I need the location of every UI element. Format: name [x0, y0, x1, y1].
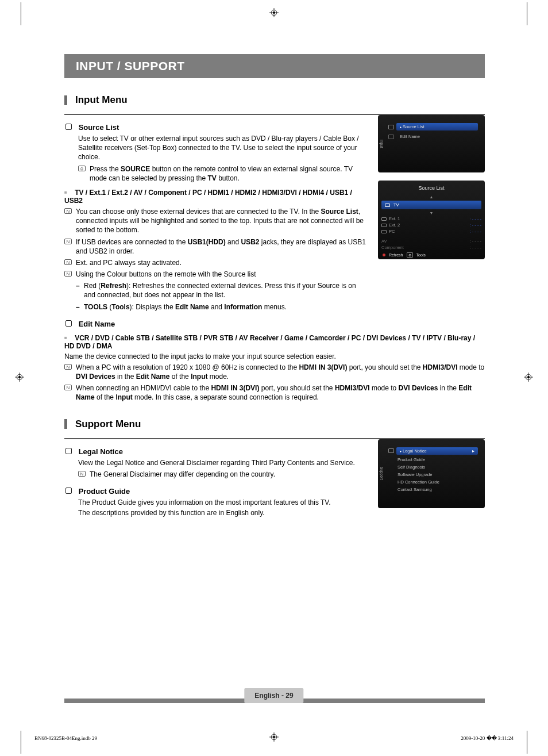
- chevron-right-icon: ▸: [472, 448, 474, 454]
- red-dot-icon: [383, 254, 385, 256]
- note-icon: N: [64, 208, 72, 214]
- body-text: Use to select TV or other external input…: [78, 134, 369, 183]
- tv-icon: [385, 204, 390, 207]
- help-icon: [388, 448, 394, 453]
- osd-item-disabled: Component : - - - -: [378, 244, 485, 251]
- square-bullet-icon: [65, 448, 72, 454]
- osd-selected-item: ▸ Legal Notice ▸: [396, 447, 478, 455]
- svg-point-11: [18, 376, 21, 378]
- note-item: ⎙ Press the SOURCE button on the remote …: [78, 164, 369, 183]
- cable-icon: [388, 125, 394, 129]
- arrow-down-icon: [378, 210, 485, 216]
- page-number-label: English - 29: [244, 688, 303, 703]
- osd-item: Contact Samsung: [385, 486, 481, 493]
- osd-selected-item: ▸ Source List: [396, 123, 478, 131]
- port-icon: [381, 224, 387, 227]
- registration-mark-icon: [524, 373, 533, 383]
- section-heading-input-menu: Input Menu: [64, 94, 485, 106]
- crop-mark: [21, 2, 21, 25]
- osd-selected-item: TV: [381, 201, 481, 209]
- note-item: N When connecting an HDMI/DVI cable to t…: [64, 383, 485, 402]
- footer-timestamp: 2009-10-20 �� 3:11:24: [461, 735, 514, 741]
- osd-item: HD Connection Guide: [385, 478, 481, 486]
- note-icon: N: [64, 239, 72, 244]
- note-item: N You can choose only those external dev…: [64, 207, 369, 235]
- heading-bar-icon: [64, 419, 67, 429]
- sub-heading-product-guide: Product Guide: [65, 487, 369, 496]
- square-bullet-icon: [65, 320, 72, 327]
- dash-item: TOOLS (Tools): Displays the Edit Name an…: [76, 302, 369, 312]
- svg-point-15: [527, 376, 530, 378]
- sub-heading-legal-notice: Legal Notice: [65, 447, 369, 456]
- osd-source-list: Source List TV Ext. 1 : - - - - Ext. 2 :…: [378, 181, 485, 259]
- page-content: INPUT / SUPPORT Input Menu Source List U…: [64, 54, 485, 519]
- note-item: N If USB devices are connected to the US…: [64, 237, 369, 256]
- registration-mark-icon: [269, 8, 279, 17]
- list-item-inputs: TV / Ext.1 / Ext.2 / AV / Component / PC…: [64, 189, 369, 312]
- registration-mark-icon: [15, 373, 24, 383]
- square-bullet-icon: [65, 124, 72, 130]
- osd-item: PC : - - - -: [378, 228, 485, 235]
- osd-tab-label: Input: [378, 117, 385, 170]
- osd-item: Software Upgrade: [385, 471, 481, 478]
- body-text: Name the device connected to the input j…: [64, 352, 485, 360]
- osd-item: Ext. 1 : - - - -: [378, 216, 485, 222]
- section-title: Input Menu: [75, 94, 128, 106]
- osd-item-disabled: AV : - - - -: [378, 238, 485, 244]
- osd-item: Edit Name: [396, 133, 423, 140]
- crop-mark: [527, 731, 527, 754]
- body-text: The Product Guide gives you information …: [78, 498, 369, 517]
- section-heading-support-menu: Support Menu: [64, 419, 485, 430]
- osd-item: Ext. 2 : - - - -: [378, 222, 485, 228]
- tools-icon: ⚙: [407, 252, 413, 258]
- crop-mark: [21, 731, 21, 754]
- dash-item: Red (Refresh): Refreshes the connected e…: [76, 281, 369, 300]
- osd-input-menu: Input ▸ Source List Edit Name: [378, 115, 485, 172]
- note-icon: N: [64, 385, 72, 390]
- heading-bar-icon: [64, 95, 67, 105]
- osd-tab-label: Support: [378, 442, 385, 506]
- note-item: N Ext. and PC always stay activated.: [64, 258, 369, 267]
- svg-point-3: [273, 11, 275, 14]
- note-item: N The General Disclaimer may differ depe…: [78, 470, 369, 479]
- osd-item: Self Diagnosis: [385, 463, 481, 471]
- note-icon: N: [64, 364, 72, 370]
- remote-icon: ⎙: [78, 166, 86, 171]
- arrow-up-icon: [378, 194, 485, 199]
- osd-item: Product Guide: [385, 456, 481, 463]
- edit-icon: [388, 135, 394, 139]
- note-item: N When a PC with a resolution of 1920 x …: [64, 363, 485, 381]
- port-icon: [381, 217, 387, 221]
- note-icon: N: [64, 271, 72, 277]
- square-bullet-icon: [65, 488, 72, 494]
- osd-support-menu: Support ▸ Legal Notice ▸ Product Guide S…: [378, 439, 485, 508]
- crop-mark: [527, 2, 527, 25]
- banner-title: INPUT / SUPPORT: [64, 54, 485, 78]
- section-title: Support Menu: [75, 419, 141, 430]
- note-item: N Using the Colour buttons on the remote…: [64, 270, 369, 312]
- sub-heading-source-list: Source List: [65, 123, 369, 132]
- footer-filename: BN68-02325B-04Eng.indb 29: [34, 735, 97, 741]
- osd-footer: Refresh ⚙ Tools: [378, 251, 485, 259]
- svg-point-7: [273, 736, 275, 738]
- sub-heading-edit-name: Edit Name: [65, 320, 485, 328]
- port-icon: [381, 230, 387, 233]
- osd-previews: Input ▸ Source List Edit Name: [378, 115, 485, 312]
- osd-title: Source List: [378, 183, 485, 194]
- body-text: View the Legal Notice and General Discla…: [78, 458, 369, 479]
- note-icon: N: [78, 471, 86, 477]
- list-item-edit-name-devices: VCR / DVD / Cable STB / Satellite STB / …: [64, 334, 485, 402]
- registration-mark-icon: [269, 732, 279, 743]
- note-icon: N: [64, 259, 72, 265]
